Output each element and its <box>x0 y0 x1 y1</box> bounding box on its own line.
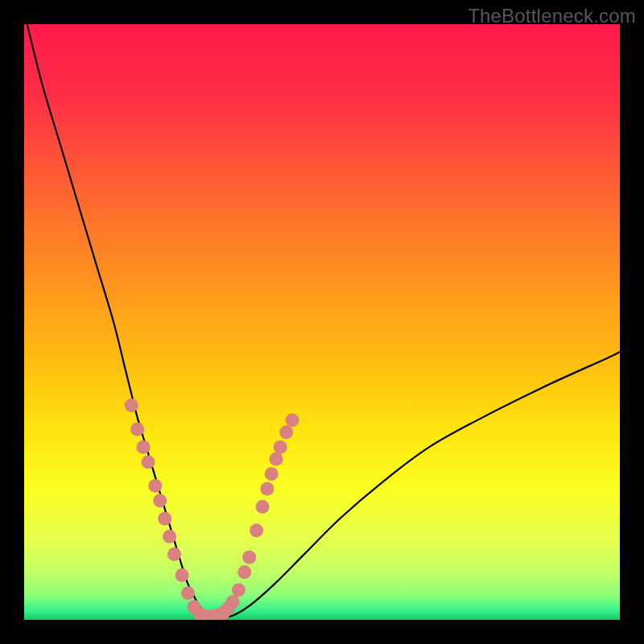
data-marker <box>163 530 176 543</box>
data-marker <box>167 547 181 561</box>
data-marker <box>137 440 151 454</box>
data-marker <box>286 414 299 427</box>
data-marker <box>158 512 171 526</box>
data-marker <box>232 584 246 597</box>
data-marker <box>141 455 155 469</box>
data-marker <box>270 452 283 466</box>
data-marker <box>226 595 240 609</box>
data-marker <box>175 568 189 582</box>
data-marker <box>181 586 195 600</box>
data-marker <box>256 500 270 514</box>
data-marker <box>237 565 251 579</box>
chart-root: TheBottleneck.com <box>0 0 644 644</box>
data-marker <box>148 479 162 493</box>
data-marker <box>250 524 263 538</box>
data-marker <box>242 551 256 564</box>
data-marker <box>125 398 138 412</box>
data-marker <box>260 482 274 496</box>
plot-area <box>24 24 620 620</box>
data-marker <box>279 425 293 439</box>
chart-svg <box>24 24 620 620</box>
data-marker <box>265 467 279 481</box>
data-marker <box>153 494 167 508</box>
data-marker <box>274 440 287 454</box>
data-marker <box>130 423 144 436</box>
